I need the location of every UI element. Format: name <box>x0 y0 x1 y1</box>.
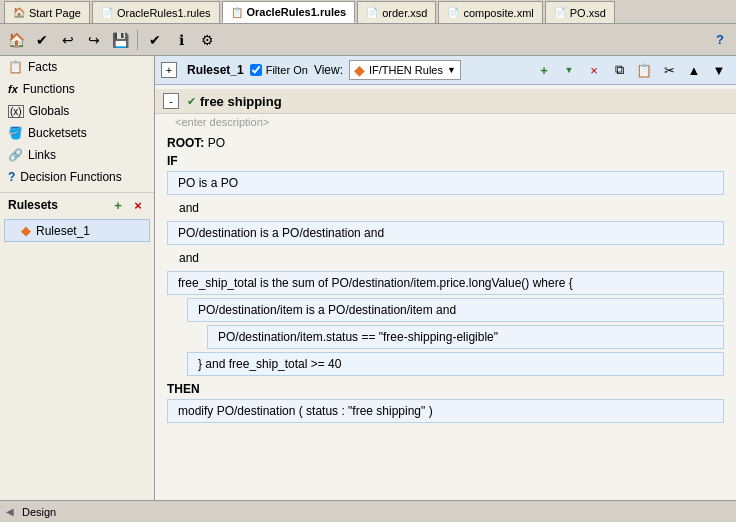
sidebar-item-globals[interactable]: (x) Globals <box>0 100 154 122</box>
view-label: View: <box>314 63 343 77</box>
sidebar-item-bucketsets[interactable]: 🪣 Bucketsets <box>0 122 154 144</box>
main-toolbar: 🏠 ✔ ↩ ↪ 💾 ✔ ℹ ⚙ ? <box>0 24 736 56</box>
oracle-rules-main-icon: 📋 <box>231 7 243 18</box>
down-button[interactable]: ▼ <box>708 59 730 81</box>
and-connector-1: and <box>167 198 724 218</box>
tab-composite-xml[interactable]: 📄 composite.xml <box>438 1 542 23</box>
settings-button[interactable]: ⚙ <box>195 28 219 52</box>
help-button[interactable]: ? <box>708 28 732 52</box>
tab-oracle-rules-1[interactable]: 📄 OracleRules1.rules <box>92 1 220 23</box>
order-xsd-icon: 📄 <box>366 7 378 18</box>
main-layout: 📋 Facts fx Functions (x) Globals 🪣 Bucke… <box>0 56 736 500</box>
ruleset-icon: ◆ <box>21 223 31 238</box>
globals-icon: (x) <box>8 105 24 118</box>
validate-button[interactable]: ✔ <box>30 28 54 52</box>
sidebar: 📋 Facts fx Functions (x) Globals 🪣 Bucke… <box>0 56 155 500</box>
condition-closing-brace[interactable]: } and free_ship_total >= 40 <box>187 352 724 376</box>
sidebar-item-functions[interactable]: fx Functions <box>0 78 154 100</box>
status-label: Design <box>22 506 56 518</box>
condition-item-is-a-item[interactable]: PO/destination/item is a PO/destination/… <box>187 298 724 322</box>
po-xsd-icon: 📄 <box>554 7 566 18</box>
copy-button[interactable]: ⧉ <box>608 59 630 81</box>
toolbar-sep-1 <box>137 30 138 50</box>
sidebar-item-links[interactable]: 🔗 Links <box>0 144 154 166</box>
view-dropdown-icon: ◆ <box>354 62 365 78</box>
ruleset-item-1[interactable]: ◆ Ruleset_1 <box>4 219 150 242</box>
expand-ruleset-button[interactable]: + <box>161 62 177 78</box>
condition-po-destination[interactable]: PO/destination is a PO/destination and <box>167 221 724 245</box>
filter-label: Filter On <box>266 64 308 76</box>
dropdown-arrow-icon: ▼ <box>447 65 456 75</box>
undo-button[interactable]: ↩ <box>56 28 80 52</box>
condition-item-status[interactable]: PO/destination/item.status == "free-ship… <box>207 325 724 349</box>
composite-xml-icon: 📄 <box>447 7 459 18</box>
tab-start-page[interactable]: 🏠 Start Page <box>4 1 90 23</box>
paste-button[interactable]: 📋 <box>633 59 655 81</box>
tab-order-xsd[interactable]: 📄 order.xsd <box>357 1 436 23</box>
view-option-label: IF/THEN Rules <box>369 64 443 76</box>
and-connector-2: and <box>167 248 724 268</box>
rule-title: free shipping <box>200 94 282 109</box>
filter-checkbox[interactable] <box>250 64 262 76</box>
rule-enabled-check[interactable]: ✔ <box>187 95 196 108</box>
start-page-icon: 🏠 <box>13 7 25 18</box>
decision-functions-icon: ? <box>8 170 15 184</box>
sidebar-item-facts[interactable]: 📋 Facts <box>0 56 154 78</box>
tab-bar: 🏠 Start Page 📄 OracleRules1.rules 📋 Orac… <box>0 0 736 24</box>
oracle-rules-1-icon: 📄 <box>101 7 113 18</box>
home-button[interactable]: 🏠 <box>4 28 28 52</box>
add-ruleset-button[interactable]: + <box>110 197 126 213</box>
links-icon: 🔗 <box>8 148 23 162</box>
rule-content: - ✔ free shipping <enter description> RO… <box>155 85 736 500</box>
then-keyword: THEN <box>167 382 724 396</box>
root-value: PO <box>208 136 225 150</box>
ruleset-name-label: Ruleset_1 <box>187 63 244 77</box>
tab-oracle-rules-main[interactable]: 📋 OracleRules1.rules <box>222 1 356 23</box>
condition-free-ship-total[interactable]: free_ship_total is the sum of PO/destina… <box>167 271 724 295</box>
ruleset-label-text: Ruleset_1 <box>187 63 244 77</box>
add-rule-button[interactable]: + <box>533 59 555 81</box>
check-button[interactable]: ✔ <box>143 28 167 52</box>
ruleset-toolbar: + Ruleset_1 Filter On View: ◆ IF/THEN Ru… <box>155 56 736 85</box>
then-block: THEN modify PO/destination ( status : "f… <box>167 382 724 423</box>
bucketsets-icon: 🪣 <box>8 126 23 140</box>
rule-header: - ✔ free shipping <box>155 89 736 114</box>
delete-rule-button[interactable]: × <box>583 59 605 81</box>
if-keyword: IF <box>167 154 724 168</box>
rule-action-buttons: + ▼ × ⧉ 📋 ✂ ▲ ▼ <box>533 59 730 81</box>
tab-po-xsd[interactable]: 📄 PO.xsd <box>545 1 615 23</box>
root-label: ROOT: <box>167 136 204 150</box>
rule-body: ROOT: PO IF PO is a PO and PO/destinatio… <box>155 130 736 432</box>
save-button[interactable]: 💾 <box>108 28 132 52</box>
rulesets-header: Rulesets + × <box>0 192 154 217</box>
then-action-modify[interactable]: modify PO/destination ( status : "free s… <box>167 399 724 423</box>
view-dropdown[interactable]: ◆ IF/THEN Rules ▼ <box>349 60 461 80</box>
rule-description[interactable]: <enter description> <box>175 114 736 130</box>
status-icon: ◀ <box>6 506 14 517</box>
redo-button[interactable]: ↪ <box>82 28 106 52</box>
info-button[interactable]: ℹ <box>169 28 193 52</box>
functions-icon: fx <box>8 83 18 95</box>
up-button[interactable]: ▲ <box>683 59 705 81</box>
cut-button[interactable]: ✂ <box>658 59 680 81</box>
content-area: + Ruleset_1 Filter On View: ◆ IF/THEN Ru… <box>155 56 736 500</box>
add-rule-dropdown[interactable]: ▼ <box>558 59 580 81</box>
facts-icon: 📋 <box>8 60 23 74</box>
collapse-rule-button[interactable]: - <box>163 93 179 109</box>
filter-area: Filter On <box>250 64 308 76</box>
remove-ruleset-button[interactable]: × <box>130 197 146 213</box>
condition-po-is-a-po[interactable]: PO is a PO <box>167 171 724 195</box>
status-bar: ◀ Design <box>0 500 736 522</box>
sidebar-item-decision-functions[interactable]: ? Decision Functions <box>0 166 154 188</box>
root-line: ROOT: PO <box>167 136 724 150</box>
